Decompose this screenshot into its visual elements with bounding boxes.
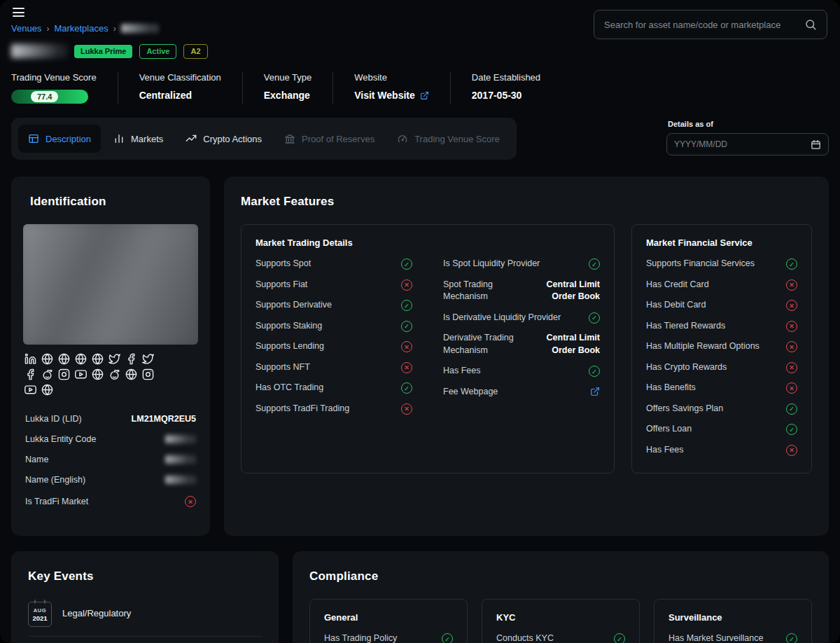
details-as-of: Details as of	[666, 118, 829, 155]
tab-markets[interactable]: Markets	[104, 125, 173, 153]
divider	[242, 72, 243, 104]
reddit-icon[interactable]	[41, 368, 53, 380]
tab-bar: Description Markets Crypto Actions Proof…	[11, 118, 517, 160]
breadcrumb-venues[interactable]: Venues	[11, 23, 41, 34]
feature-label: Is Derivative Liquidity Provider	[443, 312, 561, 324]
calendar-event-icon: AUG 2021	[28, 602, 52, 627]
date-input[interactable]	[674, 139, 805, 149]
feature-label: Has Fees	[646, 444, 684, 457]
feature-label: Has Benefits	[646, 382, 696, 394]
feature-row: Supports NFT✕	[255, 357, 412, 378]
tab-proof-of-reserves: Proof of Reserves	[274, 125, 384, 153]
cross-icon: ✕	[786, 382, 797, 394]
cross-icon: ✕	[401, 341, 412, 352]
feature-label: Has Tiered Rewards	[646, 320, 725, 333]
check-icon: ✓	[614, 633, 625, 643]
field-row: Lukka ID (LID) LM21MQR2EU5	[25, 414, 196, 424]
lukka-prime-badge: Lukka Prime	[74, 45, 132, 58]
compliance-group-title: Surveillance	[668, 612, 797, 623]
score-progress-bar: 77.4	[11, 90, 88, 104]
social-links	[23, 353, 163, 396]
date-picker[interactable]	[666, 133, 829, 155]
feature-label: Supports NFT	[255, 361, 310, 374]
check-icon: ✓	[401, 300, 412, 311]
feature-label: Supports Spot	[255, 258, 311, 270]
tab-crypto-actions[interactable]: Crypto Actions	[176, 125, 272, 153]
feature-row: Has OTC Trading✓	[255, 378, 412, 399]
menu-icon[interactable]	[13, 8, 24, 17]
website-stat: Website Visit Website	[354, 72, 450, 104]
feature-row: Has Fees✓	[443, 361, 600, 382]
check-icon: ✓	[589, 366, 600, 377]
tab-description[interactable]: Description	[18, 125, 101, 153]
visit-website-label: Visit Website	[354, 90, 415, 101]
tab-label: Trading Venue Score	[414, 134, 500, 144]
key-event-row: AUG 2021 Legal/Regulatory	[28, 599, 262, 637]
globe-icon[interactable]	[92, 353, 104, 365]
check-icon: ✓	[589, 312, 600, 324]
instagram-icon[interactable]	[142, 368, 154, 380]
youtube-icon[interactable]	[24, 384, 36, 396]
cross-icon: ✕	[401, 403, 412, 415]
tab-trading-venue-score: Trading Venue Score	[387, 125, 510, 153]
external-link-icon[interactable]	[590, 387, 600, 396]
feature-label: Has Market Surveillance	[668, 632, 763, 643]
youtube-icon[interactable]	[75, 368, 87, 380]
field-label: Name	[25, 455, 48, 464]
search-input[interactable]	[604, 20, 797, 30]
globe-icon[interactable]	[125, 368, 137, 380]
feature-row: Has Credit Card✕	[646, 275, 797, 296]
visit-website-link[interactable]: Visit Website	[354, 90, 429, 101]
feature-row: Has Tiered Rewards✕	[646, 316, 797, 337]
facebook-icon[interactable]	[125, 353, 137, 365]
check-icon: ✓	[786, 403, 797, 415]
description-tab-icon	[28, 133, 39, 144]
compliance-card: Compliance General Has Trading Policy✓ H…	[293, 551, 829, 643]
search-box[interactable]	[594, 10, 827, 39]
identification-title: Identification	[30, 195, 198, 209]
check-icon: ✓	[786, 633, 797, 643]
page: Venues › Marketplaces › Lukka Prime Acti…	[0, 0, 840, 643]
feature-row: Conducts KYC✓	[496, 628, 625, 643]
feature-value: Central Limit Order Book	[531, 332, 600, 357]
field-row: Lukka Entity Code	[25, 434, 196, 444]
linkedin-icon[interactable]	[24, 353, 36, 365]
cross-icon: ✕	[786, 341, 797, 352]
instagram-icon[interactable]	[58, 368, 70, 380]
breadcrumb-marketplaces[interactable]: Marketplaces	[54, 23, 108, 34]
check-icon: ✓	[442, 633, 453, 643]
feature-label: Has OTC Trading	[255, 382, 323, 394]
compliance-general-box: General Has Trading Policy✓ Has Listing …	[309, 599, 468, 643]
twitter-icon[interactable]	[108, 353, 120, 365]
field-row: Name (English)	[25, 475, 196, 485]
facebook-icon[interactable]	[24, 368, 36, 380]
globe-icon[interactable]	[41, 384, 53, 396]
feature-row: Is Spot Liquidity Provider✓	[443, 254, 600, 275]
feature-label: Has Debit Card	[646, 299, 706, 312]
globe-icon[interactable]	[75, 353, 87, 365]
globe-icon[interactable]	[92, 368, 104, 380]
twitter-icon[interactable]	[142, 353, 154, 365]
feature-row: Derivative Trading MechanismCentral Limi…	[443, 328, 600, 361]
feature-row: Supports Fiat✕	[255, 275, 412, 296]
venue-header: Lukka Prime Active A2	[11, 43, 829, 60]
cross-icon: ✕	[786, 321, 797, 332]
feature-row: Has Crypto Rewards✕	[646, 357, 797, 378]
feature-row: Has Benefits✕	[646, 378, 797, 399]
feature-label: Has Multiple Reward Options	[646, 340, 760, 353]
feature-row: Supports TradFi Trading✕	[255, 399, 412, 420]
market-features-card: Market Features Market Trading Details S…	[224, 177, 829, 536]
feature-label: Supports TradFi Trading	[255, 403, 349, 415]
feature-value: Central Limit Order Book	[523, 279, 600, 303]
feature-label: Fee Webpage	[443, 386, 498, 399]
globe-icon[interactable]	[58, 353, 70, 365]
globe-icon[interactable]	[41, 353, 53, 365]
search-icon	[804, 18, 817, 31]
feature-label: Has Fees	[443, 365, 481, 378]
event-month: AUG	[34, 607, 46, 614]
cross-icon: ✕	[786, 445, 797, 456]
crypto-actions-tab-icon	[186, 133, 197, 144]
reddit-icon[interactable]	[108, 368, 120, 380]
feature-label: Has Credit Card	[646, 279, 709, 291]
cross-icon: ✕	[786, 362, 797, 373]
